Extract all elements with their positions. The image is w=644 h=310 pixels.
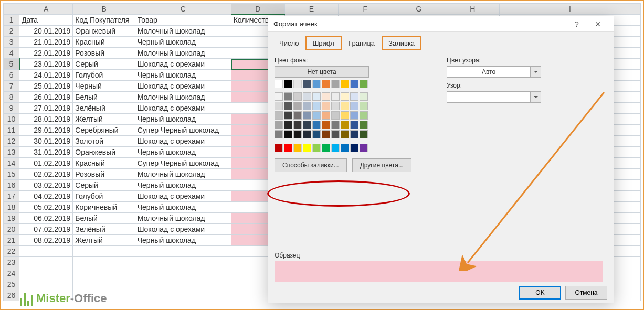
cell[interactable] xyxy=(73,268,135,279)
color-swatch[interactable] xyxy=(331,102,340,110)
color-swatch[interactable] xyxy=(312,92,321,101)
row-header[interactable]: 14 xyxy=(4,158,19,169)
cell[interactable]: Оранжевый xyxy=(73,147,135,158)
color-swatch[interactable] xyxy=(341,102,349,110)
chevron-down-icon[interactable] xyxy=(531,66,541,78)
color-swatch[interactable] xyxy=(275,144,283,152)
cell[interactable] xyxy=(135,279,231,290)
cell[interactable]: Черный шоколад xyxy=(135,180,231,191)
color-swatch[interactable] xyxy=(341,121,349,129)
color-swatch[interactable] xyxy=(312,130,321,138)
ok-button[interactable]: OK xyxy=(519,286,561,300)
color-swatch[interactable] xyxy=(341,144,349,152)
color-swatch[interactable] xyxy=(331,130,340,138)
cell[interactable]: 06.02.2019 xyxy=(19,213,73,224)
cell[interactable]: 08.02.2019 xyxy=(19,235,73,246)
cell[interactable]: 01.02.2019 xyxy=(19,158,73,169)
cell[interactable] xyxy=(135,257,231,268)
color-swatch[interactable] xyxy=(303,121,311,129)
color-swatch[interactable] xyxy=(284,130,292,138)
cell[interactable] xyxy=(135,246,231,257)
color-swatch[interactable] xyxy=(350,92,358,101)
cell[interactable]: 24.01.2019 xyxy=(19,70,73,81)
cell[interactable]: Молочный шоколад xyxy=(135,48,231,59)
cell[interactable]: Желтый xyxy=(73,235,135,246)
column-header[interactable]: I xyxy=(499,4,640,15)
color-swatch[interactable] xyxy=(350,102,358,110)
row-header[interactable]: 3 xyxy=(4,37,19,48)
cell[interactable]: Шоколад с орехами xyxy=(135,59,231,70)
color-swatch[interactable] xyxy=(360,144,368,152)
color-swatch[interactable] xyxy=(331,121,340,129)
color-swatch[interactable] xyxy=(360,111,368,120)
color-swatch[interactable] xyxy=(275,102,283,110)
color-swatch[interactable] xyxy=(322,144,330,152)
cell[interactable]: Белый xyxy=(73,213,135,224)
cell[interactable] xyxy=(19,268,73,279)
column-header[interactable]: H xyxy=(446,4,499,15)
color-swatch[interactable] xyxy=(360,80,368,88)
cell[interactable]: Молочный шоколад xyxy=(135,92,231,103)
cell[interactable]: 26.01.2019 xyxy=(19,92,73,103)
cell[interactable]: Белый xyxy=(73,92,135,103)
cell[interactable]: 25.01.2019 xyxy=(19,81,73,92)
cell[interactable] xyxy=(19,246,73,257)
color-swatch[interactable] xyxy=(303,80,311,88)
row-header[interactable]: 1 xyxy=(4,15,19,26)
color-swatch[interactable] xyxy=(275,92,283,101)
cell[interactable]: Зелёный xyxy=(73,224,135,235)
color-swatch[interactable] xyxy=(303,102,311,110)
color-swatch[interactable] xyxy=(293,102,302,110)
color-swatch[interactable] xyxy=(312,80,321,88)
color-swatch[interactable] xyxy=(303,111,311,120)
row-header[interactable]: 24 xyxy=(4,268,19,279)
color-swatch[interactable] xyxy=(331,80,340,88)
color-swatch[interactable] xyxy=(341,111,349,120)
cell[interactable]: 02.02.2019 xyxy=(19,169,73,180)
row-header[interactable]: 7 xyxy=(4,81,19,92)
chevron-down-icon[interactable] xyxy=(531,91,541,103)
cell[interactable]: Золотой xyxy=(73,136,135,147)
color-swatch[interactable] xyxy=(303,130,311,138)
color-swatch[interactable] xyxy=(312,111,321,120)
cell[interactable]: 21.01.2019 xyxy=(19,37,73,48)
color-swatch[interactable] xyxy=(350,144,358,152)
cell[interactable]: Шоколад с орехами xyxy=(135,103,231,114)
cancel-button[interactable]: Отмена xyxy=(565,286,607,300)
cell[interactable]: Серый xyxy=(73,59,135,70)
color-swatch[interactable] xyxy=(322,130,330,138)
color-swatch[interactable] xyxy=(303,92,311,101)
row-header[interactable]: 23 xyxy=(4,257,19,268)
row-header[interactable]: 11 xyxy=(4,125,19,136)
cell[interactable]: Товар xyxy=(135,15,231,26)
color-swatch[interactable] xyxy=(322,92,330,101)
cell[interactable]: 31.01.2019 xyxy=(19,147,73,158)
row-header[interactable]: 18 xyxy=(4,202,19,213)
color-swatch[interactable] xyxy=(322,111,330,120)
cell[interactable]: Черный шоколад xyxy=(135,235,231,246)
row-header[interactable]: 8 xyxy=(4,92,19,103)
row-header[interactable]: 21 xyxy=(4,235,19,246)
cell[interactable]: 30.01.2019 xyxy=(19,136,73,147)
color-swatch[interactable] xyxy=(293,92,302,101)
column-header[interactable]: E xyxy=(284,4,338,15)
cell[interactable]: Коричневый xyxy=(73,202,135,213)
cell[interactable]: 29.01.2019 xyxy=(19,125,73,136)
cell[interactable] xyxy=(19,279,73,290)
no-color-button[interactable]: Нет цвета xyxy=(275,66,369,78)
cell[interactable]: Красный xyxy=(73,37,135,48)
cell[interactable]: Розовый xyxy=(73,169,135,180)
cell[interactable]: Голубой xyxy=(73,191,135,202)
cell[interactable] xyxy=(73,257,135,268)
color-swatch[interactable] xyxy=(331,111,340,120)
cell[interactable]: Супер Черный шоколад xyxy=(135,125,231,136)
color-swatch[interactable] xyxy=(360,130,368,138)
row-header[interactable]: 16 xyxy=(4,180,19,191)
cell[interactable]: 07.02.2019 xyxy=(19,224,73,235)
column-header[interactable]: G xyxy=(392,4,446,15)
row-header[interactable]: 25 xyxy=(4,279,19,290)
color-swatch[interactable] xyxy=(350,80,358,88)
row-header[interactable]: 5 xyxy=(4,59,19,70)
cell[interactable]: Зелёный xyxy=(73,103,135,114)
cell[interactable] xyxy=(73,246,135,257)
